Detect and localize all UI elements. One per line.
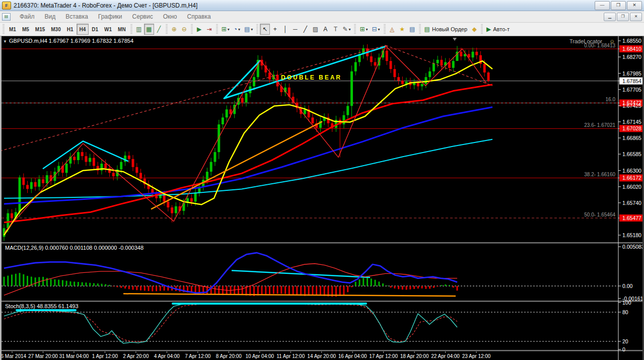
- symbol-ohlc-header: GBPUSD.m,H4 1.67967 1.67969 1.67832 1.67…: [9, 38, 133, 44]
- chart-canvas[interactable]: 0.00- 1.6841316.023.6- 1.6702138.2- 1.66…: [0, 36, 644, 360]
- vertical-line-button[interactable]: │: [280, 24, 290, 35]
- trendline-button[interactable]: ╱: [300, 24, 310, 35]
- svg-text:14 Apr 20:00: 14 Apr 20:00: [307, 353, 336, 359]
- text-button[interactable]: A: [320, 24, 330, 35]
- mdi-close-button[interactable]: ✕: [630, 13, 642, 21]
- arrows-button[interactable]: ✎▾: [340, 24, 352, 35]
- templates-button[interactable]: ▤▾: [242, 24, 255, 35]
- timeframe-button-h4[interactable]: H4: [77, 24, 89, 35]
- toolbar-grip: [256, 24, 258, 34]
- favorites-button[interactable]: ★: [397, 24, 407, 35]
- svg-text:31 Mar 04:00: 31 Mar 04:00: [59, 353, 89, 359]
- svg-text:1 Apr 12:00: 1 Apr 12:00: [92, 353, 118, 359]
- chart-shift-button[interactable]: ⇥: [204, 24, 214, 35]
- mdi-restore-button[interactable]: ❐: [617, 13, 629, 21]
- svg-text:1.67028: 1.67028: [622, 125, 641, 131]
- toolbar-grip: [130, 24, 132, 34]
- timeframe-button-h1[interactable]: H1: [64, 24, 77, 35]
- profiles-button[interactable]: ◔▾: [232, 24, 242, 35]
- svg-text:1.67705: 1.67705: [622, 87, 641, 93]
- text-icon: A: [323, 26, 327, 33]
- menu-item-6[interactable]: Справка: [182, 12, 216, 22]
- timeframe-button-m15[interactable]: M15: [32, 24, 48, 35]
- templates-icon: ▤: [244, 26, 250, 33]
- symbol-collapse-icon: ▼: [3, 39, 7, 44]
- line-chart-icon: ╱: [157, 26, 161, 33]
- svg-text:1.67854: 1.67854: [622, 78, 641, 84]
- timeframe-button-w1[interactable]: W1: [101, 24, 115, 35]
- svg-text:1.66585: 1.66585: [622, 151, 641, 157]
- close-button[interactable]: ✕: [627, 1, 642, 10]
- chart-area[interactable]: 0.00- 1.6841316.023.6- 1.6702138.2- 1.66…: [0, 36, 644, 360]
- zoom-in-button[interactable]: ⊕: [169, 24, 179, 35]
- svg-text:38.2- 1.66160: 38.2- 1.66160: [584, 172, 615, 177]
- fibonacci-button[interactable]: ▨: [310, 24, 320, 35]
- period-button[interactable]: ⊟▾: [370, 24, 382, 35]
- svg-text:7 Apr 12:00: 7 Apr 12:00: [185, 353, 211, 359]
- new-chart-button[interactable]: ⊞▾: [220, 24, 232, 35]
- svg-text:0.005083: 0.005083: [622, 244, 644, 250]
- fibonacci-icon: ▨: [313, 26, 318, 33]
- candlestick-chart-button[interactable]: ▦: [144, 24, 154, 35]
- horizontal-line-button[interactable]: ─: [290, 24, 300, 35]
- menu-item-1[interactable]: Вид: [40, 12, 61, 22]
- svg-text:1.66865: 1.66865: [622, 135, 641, 141]
- vertical-line-icon: │: [283, 26, 288, 33]
- deposit-button[interactable]: ◆: [469, 24, 479, 35]
- svg-text:1.66020: 1.66020: [622, 184, 641, 190]
- timeframe-button-m30[interactable]: M30: [48, 24, 63, 35]
- text-label-button[interactable]: T: [330, 24, 340, 35]
- new-order-button[interactable]: ▤Новый Ордер: [422, 24, 469, 35]
- svg-text:16.0: 16.0: [606, 97, 616, 102]
- svg-text:1.66172: 1.66172: [622, 175, 641, 181]
- chevron-down-icon: ▾: [348, 27, 350, 32]
- toolbar-grip: [166, 24, 168, 34]
- data-window-button[interactable]: ▤: [407, 24, 417, 35]
- menu-item-5[interactable]: Окно: [158, 12, 182, 22]
- stoch-header: Stoch(8,3,5) 48.8355 61.1493: [5, 303, 79, 309]
- cursor-button[interactable]: ↖: [260, 24, 270, 35]
- toolbar-grip: [354, 24, 356, 34]
- symbols-button[interactable]: ◬: [387, 24, 397, 35]
- chevron-down-icon: ▾: [366, 27, 368, 32]
- crosshair-button[interactable]: +: [270, 24, 280, 35]
- svg-text:17 Apr 12:00: 17 Apr 12:00: [369, 353, 398, 359]
- svg-text:10 Apr 04:00: 10 Apr 04:00: [245, 353, 274, 359]
- zoom-out-button[interactable]: ⊖: [179, 24, 189, 35]
- menu-item-4[interactable]: Сервис: [127, 12, 158, 22]
- chevron-down-icon: ▾: [238, 27, 240, 32]
- new-order-icon: ▤: [424, 26, 430, 33]
- menu-item-0[interactable]: Файл: [15, 12, 40, 22]
- svg-text:11 Apr 12:00: 11 Apr 12:00: [276, 353, 305, 359]
- arrows-icon: ✎: [342, 26, 347, 33]
- maximize-button[interactable]: ❐: [611, 1, 626, 10]
- minimize-button[interactable]: —: [595, 1, 610, 10]
- timeframe-button-mn[interactable]: MN: [115, 24, 129, 35]
- autotrade-icon: ▶: [486, 26, 491, 33]
- chevron-down-icon: ▾: [378, 27, 380, 32]
- svg-text:23 Apr 12:00: 23 Apr 12:00: [462, 353, 491, 359]
- macd-header: MACD(12,26,9) 0.000760 0.001108 0.000000…: [5, 245, 144, 251]
- line-chart-button[interactable]: ╱: [154, 24, 164, 35]
- svg-text:1.66300: 1.66300: [622, 168, 641, 174]
- svg-text:50.0- 1.65464: 50.0- 1.65464: [584, 212, 615, 218]
- auto-scroll-icon: ▶: [197, 26, 201, 33]
- svg-text:1.65477: 1.65477: [622, 215, 641, 221]
- left-window-border: [0, 36, 2, 360]
- bar-chart-button[interactable]: ▥: [134, 24, 144, 35]
- timeframe-button-d1[interactable]: D1: [89, 24, 101, 35]
- text-label-icon: T: [334, 26, 337, 33]
- svg-text:22 Apr 04:00: 22 Apr 04:00: [431, 353, 460, 359]
- indicators-button[interactable]: ⊞▾: [357, 24, 370, 35]
- auto-scroll-button[interactable]: ▶: [194, 24, 204, 35]
- mdi-minimize-button[interactable]: ▁: [604, 13, 616, 21]
- toolbar-grip: [191, 24, 193, 34]
- timeframe-button-m5[interactable]: M5: [19, 24, 32, 35]
- window-title: 2166370: MetaTrader 4 - RoboForex - Демо…: [14, 2, 595, 9]
- menu-item-3[interactable]: Графики: [93, 12, 127, 22]
- menu-item-2[interactable]: Вставка: [60, 12, 93, 22]
- autotrade-button[interactable]: ▶Авто-т: [484, 24, 512, 35]
- svg-text:1.68270: 1.68270: [622, 54, 641, 60]
- timeframe-button-m1[interactable]: M1: [6, 24, 19, 35]
- window-titlebar[interactable]: F 2166370: MetaTrader 4 - RoboForex - Де…: [0, 0, 644, 11]
